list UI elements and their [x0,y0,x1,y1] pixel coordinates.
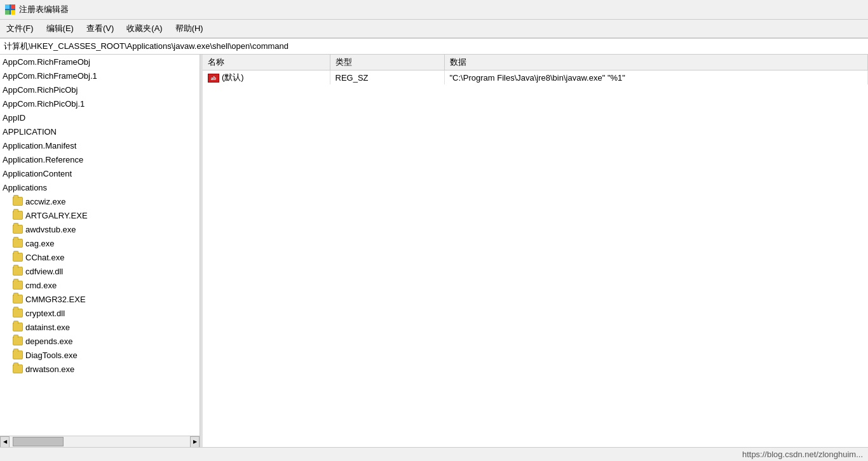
tree-item[interactable]: depends.exe [0,334,200,348]
tree-item-label: ARTGALRY.EXE [25,211,88,220]
col-name: 名称 [203,55,330,70]
tree-item-label: CMMGR32.EXE [25,295,86,304]
folder-icon [13,211,23,220]
tree-item[interactable]: DiagTools.exe [0,348,200,362]
tree-item[interactable]: AppCom.RichFrameObj.1 [0,69,200,83]
tree-item-label: cdfview.dll [25,267,63,276]
tree-item-label: APPLICATION [3,127,57,137]
svg-rect-1 [11,4,15,9]
tree-item[interactable]: Applications [0,180,200,194]
reg-data-cell: "C:\Program Files\Java\jre8\bin\javaw.ex… [444,70,868,85]
tree-item-label: drwatson.exe [25,364,74,374]
tree-item[interactable]: ApplicationContent [0,166,200,180]
values-table: 名称 类型 数据 ab(默认)REG_SZ"C:\Program Files\J… [203,55,868,84]
h-scroll-right-btn[interactable]: ▶ [190,436,200,448]
folder-icon [13,281,23,290]
tree-item-label: datainst.exe [25,323,70,332]
tree-item-label: CChat.exe [25,253,64,262]
h-scroll-thumb[interactable] [13,437,64,446]
folder-icon [13,309,23,317]
tree-item[interactable]: AppCom.RichFrameObj [0,55,200,69]
tree-item[interactable]: awdvstub.exe [0,222,200,236]
tree-item[interactable]: APPLICATION [0,124,200,138]
tree-item-label: AppID [3,113,25,123]
tree-item[interactable]: drwatson.exe [0,362,200,376]
title-bar: 注册表编辑器 [0,0,868,20]
window-title: 注册表编辑器 [19,4,69,15]
table-row[interactable]: ab(默认)REG_SZ"C:\Program Files\Java\jre8\… [203,70,868,85]
folder-icon [13,239,23,248]
tree-item[interactable]: datainst.exe [0,320,200,334]
folder-icon [13,351,23,359]
tree-item-label: ApplicationContent [3,169,72,178]
tree-item-label: Application.Manifest [3,141,76,150]
menu-bar: 文件(F)编辑(E)查看(V)收藏夹(A)帮助(H) [0,20,868,38]
svg-rect-0 [5,4,10,9]
values-panel: 名称 类型 数据 ab(默认)REG_SZ"C:\Program Files\J… [203,55,868,447]
tree-item-label: AppCom.RichPicObj.1 [3,99,85,109]
menu-item[interactable]: 收藏夹(A) [120,21,168,36]
tree-item-label: DiagTools.exe [25,351,78,360]
menu-item[interactable]: 编辑(E) [40,21,80,36]
folder-icon [13,323,23,331]
menu-item[interactable]: 查看(V) [80,21,120,36]
reg-type-cell: REG_SZ [330,70,444,85]
tree-item-label: AppCom.RichPicObj [3,85,78,95]
tree-item-label: cmd.exe [25,281,57,290]
tree-item[interactable]: AppCom.RichPicObj [0,83,200,97]
col-type: 类型 [330,55,444,70]
tree-item[interactable]: cmd.exe [0,278,200,292]
tree-item[interactable]: Application.Reference [0,152,200,166]
tree-panel: AppCom.RichFrameObjAppCom.RichFrameObj.1… [0,55,200,447]
folder-icon [13,253,23,262]
tree-item[interactable]: AppID [0,110,200,124]
tree-item[interactable]: CChat.exe [0,250,200,264]
h-scroll-left-btn[interactable]: ◀ [0,436,10,448]
svg-rect-2 [5,10,10,15]
tree-item-label: depends.exe [25,337,72,346]
tree-item[interactable]: accwiz.exe [0,194,200,208]
folder-icon [13,197,23,206]
menu-item[interactable]: 文件(F) [0,21,40,36]
app-icon [5,4,15,15]
tree-item-label: cryptext.dll [25,309,65,318]
tree-item[interactable]: cryptext.dll [0,306,200,320]
tree-item-label: AppCom.RichFrameObj.1 [3,71,97,81]
tree-item[interactable]: ARTGALRY.EXE [0,208,200,222]
tree-item[interactable]: cag.exe [0,236,200,250]
status-url: https://blog.csdn.net/zlonghuim... [742,450,863,459]
h-scroll-track [10,436,190,447]
tree-item-label: Applications [3,183,47,192]
folder-icon [13,364,23,373]
tree-item[interactable]: Application.Manifest [0,138,200,152]
tree-item[interactable]: AppCom.RichPicObj.1 [0,97,200,110]
col-data: 数据 [444,55,868,70]
svg-rect-3 [11,10,15,15]
reg-name-cell: ab(默认) [203,70,330,85]
address-bar: 计算机\HKEY_CLASSES_ROOT\Applications\javaw… [0,38,868,55]
tree-item[interactable]: cdfview.dll [0,264,200,278]
menu-item[interactable]: 帮助(H) [169,21,210,36]
horizontal-scrollbar[interactable]: ◀ ▶ [0,436,200,447]
tree-item-label: accwiz.exe [25,197,66,206]
tree-item-label: awdvstub.exe [25,225,76,234]
status-bar: https://blog.csdn.net/zlonghuim... [0,447,868,461]
reg-name: (默认) [222,72,244,82]
tree-item[interactable]: CMMGR32.EXE [0,292,200,306]
tree-item-label: AppCom.RichFrameObj [3,57,90,67]
folder-icon [13,337,23,345]
folder-icon [13,295,23,304]
folder-icon [13,267,23,276]
reg-value-icon: ab [208,74,219,83]
main-content: AppCom.RichFrameObjAppCom.RichFrameObj.1… [0,55,868,447]
folder-icon [13,225,23,234]
tree-content[interactable]: AppCom.RichFrameObjAppCom.RichFrameObj.1… [0,55,200,436]
tree-item-label: Application.Reference [3,155,83,164]
tree-item-label: cag.exe [25,239,55,248]
